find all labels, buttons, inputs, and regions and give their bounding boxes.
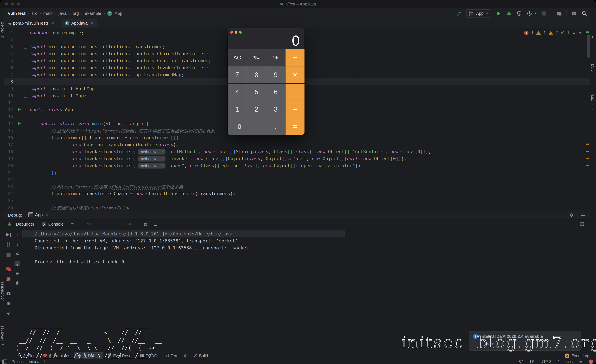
calc-minimize-icon[interactable]	[235, 31, 237, 34]
print-icon[interactable]	[15, 270, 20, 276]
toolwindow-button-terminal[interactable]: Terminal	[162, 352, 189, 359]
view-options-icon[interactable]: ⚌	[153, 221, 158, 227]
notification-alert-icon[interactable]: !	[589, 359, 593, 364]
console-line[interactable]: Connected to the target VM, address: '12…	[22, 237, 590, 244]
scroll-to-end-icon[interactable]: ⭳	[15, 261, 20, 266]
sidebar-item-ant[interactable]: Ant	[590, 36, 596, 59]
settings-gear-icon[interactable]: ⚙	[569, 212, 574, 218]
lock-icon[interactable]	[579, 359, 583, 364]
calc-key-4[interactable]: 4	[228, 84, 247, 101]
tab-pom-xml-vulntest-[interactable]: mpom.xml (vulnTest)✕	[4, 19, 58, 28]
debug-tab-debugger[interactable]: Debugger	[12, 219, 38, 229]
editor-scrollbar[interactable]	[587, 35, 590, 58]
resume-program-icon[interactable]	[6, 232, 11, 237]
calc-key-7[interactable]: 7	[228, 66, 247, 83]
calc-key-=[interactable]: =	[285, 118, 305, 135]
stripe-mark[interactable]	[586, 165, 589, 166]
calculator-window[interactable]: 0 AC⁺⁄₋%÷789×456−123+0.=	[228, 28, 305, 135]
profiler-button[interactable]	[527, 10, 533, 16]
code-line-18[interactable]: 18 new InvokerTransformer( methodName: "…	[4, 148, 590, 155]
profiler-chevron-icon[interactable]: ▼	[534, 12, 537, 15]
console-line[interactable]: Process finished with exit code 0	[22, 258, 590, 265]
fold-icon[interactable]: –	[24, 94, 27, 98]
console-line[interactable]	[22, 251, 590, 258]
breadcrumb-item[interactable]: vulnTest	[8, 11, 25, 16]
project-structure-icon[interactable]	[556, 10, 562, 16]
clear-console-trash-icon[interactable]	[15, 280, 20, 286]
calc-key-.[interactable]: .	[266, 118, 285, 135]
calc-key-8[interactable]: 8	[247, 66, 266, 83]
breadcrumb[interactable]: vulnTest›src›main›java›org›example›CApp	[8, 8, 122, 19]
code-line-26[interactable]: 26 //创建Map并绑定transformerChina	[4, 204, 590, 211]
debug-tab-console[interactable]: ❯Console	[38, 219, 67, 229]
calc-key-×[interactable]: ×	[285, 66, 305, 83]
run-button[interactable]	[496, 10, 502, 16]
show-execution-point-icon[interactable]: ≡	[70, 221, 75, 227]
sidebar-item-project[interactable]: 1: Project	[0, 22, 4, 62]
calc-key-÷[interactable]: ÷	[285, 49, 305, 66]
calc-key-5[interactable]: 5	[247, 84, 266, 101]
code-line-16[interactable]: 16 Transformer[] transformers = new Tran…	[4, 134, 590, 141]
run-configuration-select[interactable]: App ▼	[466, 9, 491, 17]
breadcrumb-item[interactable]: main	[43, 11, 53, 16]
breadcrumb-item[interactable]: org	[73, 11, 79, 16]
calc-key-6[interactable]: 6	[266, 84, 285, 101]
calc-close-icon[interactable]	[230, 31, 233, 34]
search-everywhere-icon[interactable]	[581, 10, 587, 16]
debug-console-output[interactable]: /Library/Java/JavaVirtualMachines/jdk1.8…	[22, 230, 590, 265]
restore-layout-icon[interactable]: ❏	[579, 221, 585, 227]
code-line-22[interactable]: 22	[4, 176, 590, 183]
stripe-mark[interactable]	[586, 31, 589, 33]
inspections-widget[interactable]: ! 1 1 7 ✔ 1 ▲ ▼	[524, 30, 582, 35]
calc-key-1[interactable]: 1	[228, 101, 247, 118]
event-log-button[interactable]: 2 Event Log	[565, 354, 589, 358]
coverage-button[interactable]	[516, 10, 522, 16]
breadcrumb-item[interactable]: App	[115, 11, 122, 16]
code-line-25[interactable]: 25	[4, 197, 590, 204]
code-line-17[interactable]: 17 new ConstantTransformer(Runtime.class…	[4, 141, 590, 148]
close-icon[interactable]: ✕	[45, 212, 49, 217]
console-line[interactable]: /Library/Java/JavaVirtualMachines/jdk1.8…	[22, 230, 345, 237]
calc-key-AC[interactable]: AC	[228, 49, 247, 66]
build-hammer-icon[interactable]	[456, 10, 462, 16]
calc-key-2[interactable]: 2	[247, 101, 266, 118]
calc-zoom-icon[interactable]	[239, 31, 242, 34]
run-gutter-icon[interactable]	[18, 108, 21, 111]
close-icon[interactable]: ✕	[90, 21, 94, 26]
evaluate-expression-icon[interactable]: ▦	[143, 221, 148, 227]
debug-session-tab[interactable]: App ✕	[26, 211, 51, 220]
toggle-toolwindows-icon[interactable]	[2, 359, 7, 364]
sidebar-item-maven[interactable]: Maven	[590, 64, 596, 91]
calc-key-%[interactable]: %	[266, 49, 285, 66]
code-line-23[interactable]: 23 //将transformers数组存入ChaniedTransformer…	[4, 183, 590, 190]
sidebar-item-database[interactable]: Database	[590, 93, 596, 127]
tab-app-java[interactable]: CApp.java✕	[62, 19, 97, 28]
calc-key-0[interactable]: 0	[228, 118, 266, 135]
down-stack-icon[interactable]: ↓	[15, 241, 20, 247]
code-line-24[interactable]: 24 Transformer transformerChain = new Ch…	[4, 190, 590, 197]
breadcrumb-item[interactable]: example	[85, 11, 101, 16]
calc-key-−[interactable]: −	[285, 84, 305, 101]
thread-dump-camera-icon[interactable]	[6, 291, 11, 296]
sidebar-item-favorites[interactable]: 2: Favorites	[0, 326, 4, 359]
sidebar-item-structure[interactable]: 7: Structure	[0, 281, 4, 318]
up-stack-icon[interactable]: ↑	[15, 232, 20, 237]
prev-issue-icon[interactable]: ▲	[572, 31, 576, 35]
stripe-mark[interactable]	[586, 151, 589, 152]
next-issue-icon[interactable]: ▼	[578, 31, 582, 35]
calculator-titlebar[interactable]: 0	[228, 28, 305, 49]
stripe-mark[interactable]	[586, 158, 589, 159]
calc-key-+[interactable]: +	[285, 101, 305, 118]
fold-icon[interactable]: –	[24, 45, 27, 49]
pin-tab-icon[interactable]	[6, 311, 11, 316]
indent-setting[interactable]: 4 spaces	[557, 359, 573, 364]
code-line-21[interactable]: 21 };	[4, 169, 590, 176]
stripe-mark[interactable]	[586, 144, 589, 145]
debug-settings-gear-icon[interactable]: ⚙	[6, 301, 11, 306]
run-gutter-icon[interactable]	[18, 122, 21, 125]
debug-button[interactable]	[506, 10, 512, 16]
soft-wrap-icon[interactable]: ⏎	[15, 251, 20, 257]
encoding[interactable]: UTF-8	[541, 359, 551, 364]
close-icon[interactable]: ✕	[51, 21, 54, 26]
calc-key-9[interactable]: 9	[266, 66, 285, 83]
